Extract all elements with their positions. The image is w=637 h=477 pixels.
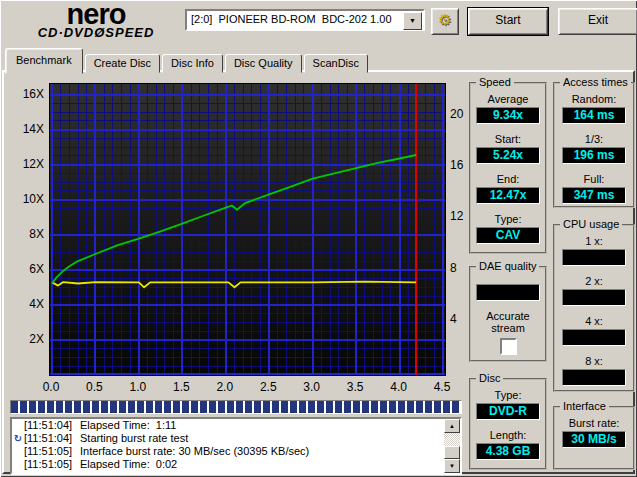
interface-field-label: Burst rate: — [555, 417, 633, 429]
access-times-panel-title: Access times — [560, 76, 631, 88]
settings-button[interactable]: ⚙ — [431, 8, 459, 35]
x-axis-tick-label: 4.5 — [422, 380, 462, 394]
brand-text: nero — [6, 1, 186, 27]
dae-quality-display — [476, 284, 540, 301]
disc-field-label: Type: — [471, 389, 545, 401]
access-times-field-label: 1/3: — [555, 133, 633, 145]
disc-field-label: Length: — [471, 429, 545, 441]
log-message: Elapsed Time: 1:11 — [80, 419, 176, 431]
scrollbar-thumb[interactable] — [444, 446, 460, 459]
x-axis-tick-label: 1.5 — [161, 380, 201, 394]
progress-bar-fill — [11, 401, 461, 413]
y-axis-tick-label: 12X — [8, 157, 44, 171]
tab-disc-info[interactable]: Disc Info — [162, 54, 223, 73]
exit-button[interactable]: Exit — [558, 8, 637, 35]
drive-select-value: [2:0] PIONEER BD-ROM BDC-202 1.00 — [191, 13, 392, 25]
accurate-stream-label: Accurate stream — [479, 310, 537, 334]
speed-value-display: CAV — [476, 227, 540, 244]
access-times-value-display: 347 ms — [562, 187, 626, 204]
scroll-up-icon[interactable]: ▲ — [444, 419, 460, 433]
cpu-usage-value-display — [562, 289, 626, 306]
x-axis-tick-label: 2.0 — [205, 380, 245, 394]
access-times-value-display: 164 ms — [562, 107, 626, 124]
disc-value-display: 4.38 GB — [476, 443, 540, 460]
log-message: Starting burst rate test — [80, 432, 188, 444]
y-axis-tick-label: 10X — [8, 192, 44, 206]
drive-select[interactable]: [2:0] PIONEER BD-ROM BDC-202 1.00 ▼ — [185, 9, 425, 31]
settings-icon: ⚙ — [438, 11, 451, 28]
log-timestamp: [11:51:05] — [24, 445, 80, 458]
tab-scandisc[interactable]: ScanDisc — [304, 54, 368, 73]
y-axis-tick-label: 8X — [8, 227, 44, 241]
log-message: Elapsed Time: 0:02 — [80, 458, 177, 470]
tab-disc-quality[interactable]: Disc Quality — [225, 54, 302, 73]
log-message: Interface burst rate: 30 MB/sec (30395 K… — [80, 445, 309, 457]
disc-panel: Disc Type:DVD-RLength:4.38 GB — [469, 378, 547, 470]
cpu-usage-panel: CPU usage 1 x:2 x:4 x:8 x: — [553, 224, 635, 392]
cpu-usage-value-display — [562, 329, 626, 346]
x-axis-tick-label: 2.5 — [248, 380, 288, 394]
speed-field-label: Average — [471, 93, 545, 105]
x-axis-tick-label: 0.5 — [74, 380, 114, 394]
access-times-field-label: Random: — [555, 93, 633, 105]
cpu-usage-field-label: 4 x: — [555, 315, 633, 327]
speed-chart-plot — [49, 83, 446, 376]
cpu-usage-field-label: 1 x: — [555, 235, 633, 247]
start-button[interactable]: Start — [468, 8, 548, 35]
nero-cd-dvd-speed-window: nero CD·DVDØSPEED [2:0] PIONEER BD-ROM B… — [0, 0, 637, 477]
access-times-field-label: Full: — [555, 173, 633, 185]
product-text: CD·DVDØSPEED — [6, 25, 186, 40]
cpu-usage-value-display — [562, 249, 626, 266]
log-listbox: [11:51:04]Elapsed Time: 1:11↻[11:51:04]S… — [10, 417, 462, 475]
scroll-down-icon[interactable]: ▼ — [444, 459, 460, 473]
log-row[interactable]: [11:51:04]Elapsed Time: 1:11 — [12, 419, 460, 432]
y-axis-tick-label: 4X — [8, 297, 44, 311]
log-row[interactable]: [11:51:05]Interface burst rate: 30 MB/se… — [12, 445, 460, 458]
cpu-usage-panel-title: CPU usage — [560, 218, 622, 230]
disc-panel-title: Disc — [476, 372, 503, 384]
cpu-usage-value-display — [562, 369, 626, 386]
x-axis-tick-label: 0.0 — [31, 380, 71, 394]
interface-panel: Interface Burst rate:30 MB/s — [553, 406, 635, 470]
access-times-value-display: 196 ms — [562, 147, 626, 164]
speed-value-display: 12.47x — [476, 187, 540, 204]
x-axis-tick-label: 3.0 — [292, 380, 332, 394]
tab-bar: BenchmarkCreate DiscDisc InfoDisc Qualit… — [5, 47, 370, 72]
log-rows: [11:51:04]Elapsed Time: 1:11↻[11:51:04]S… — [12, 419, 460, 471]
log-row[interactable]: [11:51:05]Elapsed Time: 0:02 — [12, 458, 460, 471]
disc-value-display: DVD-R — [476, 403, 540, 420]
log-timestamp: [11:51:04] — [24, 419, 80, 432]
x-axis-tick-label: 1.0 — [118, 380, 158, 394]
log-timestamp: [11:51:05] — [24, 458, 80, 471]
speed-field-label: End: — [471, 173, 545, 185]
speed-panel: Speed Average9.34xStart:5.24xEnd:12.47xT… — [469, 82, 547, 254]
log-row[interactable]: ↻[11:51:04]Starting burst rate test — [12, 432, 460, 445]
y-axis-tick-label: 14X — [8, 122, 44, 136]
progress-bar — [10, 400, 462, 414]
tab-benchmark[interactable]: Benchmark — [5, 48, 83, 74]
speed-panel-title: Speed — [476, 76, 514, 88]
x-axis-tick-label: 3.5 — [335, 380, 375, 394]
accurate-stream-checkbox[interactable] — [500, 338, 517, 355]
dae-quality-panel: DAE quality Accurate stream — [469, 266, 547, 362]
speed-value-display: 9.34x — [476, 107, 540, 124]
y-axis-tick-label: 16X — [8, 87, 44, 101]
chevron-down-icon[interactable]: ▼ — [403, 12, 422, 30]
activity-icon: ↻ — [12, 432, 24, 445]
x-axis-tick-label: 4.0 — [379, 380, 419, 394]
speed-value-display: 5.24x — [476, 147, 540, 164]
speed-field-label: Start: — [471, 133, 545, 145]
cpu-usage-field-label: 2 x: — [555, 275, 633, 287]
y-axis-tick-label: 6X — [8, 262, 44, 276]
speed-field-label: Type: — [471, 213, 545, 225]
cpu-usage-field-label: 8 x: — [555, 355, 633, 367]
log-timestamp: [11:51:04] — [24, 432, 80, 445]
log-scrollbar[interactable]: ▲ ▼ — [444, 419, 460, 473]
y-axis-tick-label: 2X — [8, 332, 44, 346]
benchmark-tab-page: 16X14X12X10X8X6X4X2X 0.00.51.01.52.02.53… — [2, 70, 635, 474]
nero-logo: nero CD·DVDØSPEED — [6, 1, 186, 43]
tab-create-disc[interactable]: Create Disc — [85, 54, 160, 73]
interface-panel-title: Interface — [560, 400, 609, 412]
speed-chart — [50, 84, 445, 375]
dae-panel-title: DAE quality — [476, 260, 539, 272]
